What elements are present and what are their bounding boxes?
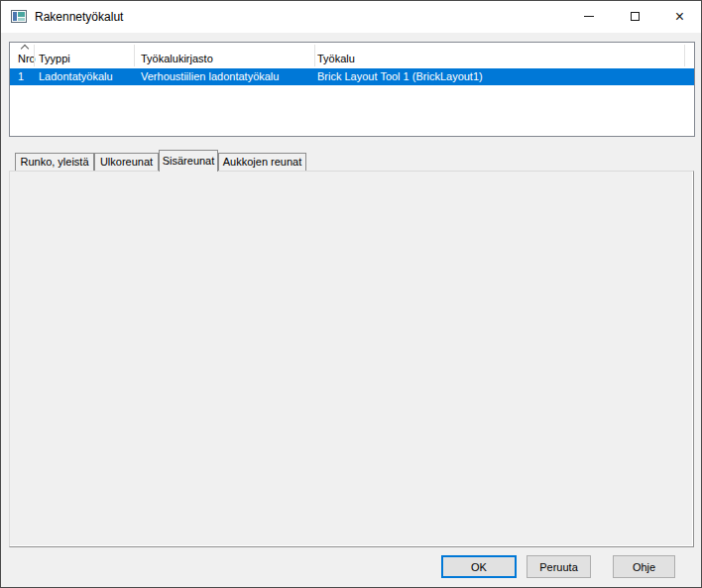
minimize-icon <box>584 16 594 17</box>
cell-tyokalu: Brick Layout Tool 1 (BrickLayout1) <box>317 68 483 85</box>
titlebar: Rakennetyökalut × <box>1 1 701 33</box>
maximize-icon <box>631 12 640 21</box>
dialog-window: Rakennetyökalut × Nro Tyyppi Työkalukirj… <box>0 0 702 588</box>
cell-kirjasto: Verhoustiilien ladontatyökalu <box>141 68 279 85</box>
window-title: Rakennetyökalut <box>35 1 123 33</box>
minimize-button[interactable] <box>566 1 612 32</box>
tab-sisareunat[interactable]: Sisäreunat <box>159 150 218 172</box>
sort-ascending-icon <box>21 45 29 53</box>
maximize-button[interactable] <box>612 1 657 32</box>
help-button[interactable]: Ohje <box>613 555 675 578</box>
close-button[interactable]: × <box>657 1 702 32</box>
column-separator <box>34 45 35 66</box>
column-header-tyyppi[interactable]: Tyyppi <box>39 53 70 64</box>
column-separator <box>134 45 135 66</box>
column-header-kirjasto[interactable]: Työkalukirjasto <box>141 53 213 64</box>
tab-runko-yleista[interactable]: Runko, yleistä <box>15 153 94 171</box>
close-icon: × <box>675 9 684 25</box>
tool-list: Nro Tyyppi Työkalukirjasto Työkalu 1 Lad… <box>9 42 695 137</box>
tab-page-sisareunat <box>9 171 694 547</box>
table-row-selected[interactable]: 1 Ladontatyökalu Verhoustiilien ladontat… <box>10 68 694 85</box>
tab-aukkojen-reunat[interactable]: Aukkojen reunat <box>218 153 306 171</box>
cell-nro: 1 <box>18 68 24 85</box>
cancel-button[interactable]: Peruuta <box>526 555 591 578</box>
ok-button[interactable]: OK <box>441 555 517 578</box>
column-separator <box>314 45 315 66</box>
column-separator <box>684 45 685 66</box>
column-header-tyokalu[interactable]: Työkalu <box>317 53 355 64</box>
tab-ulkoreunat[interactable]: Ulkoreunat <box>94 153 159 171</box>
cell-tyyppi: Ladontatyökalu <box>39 68 113 85</box>
app-icon <box>11 9 27 25</box>
